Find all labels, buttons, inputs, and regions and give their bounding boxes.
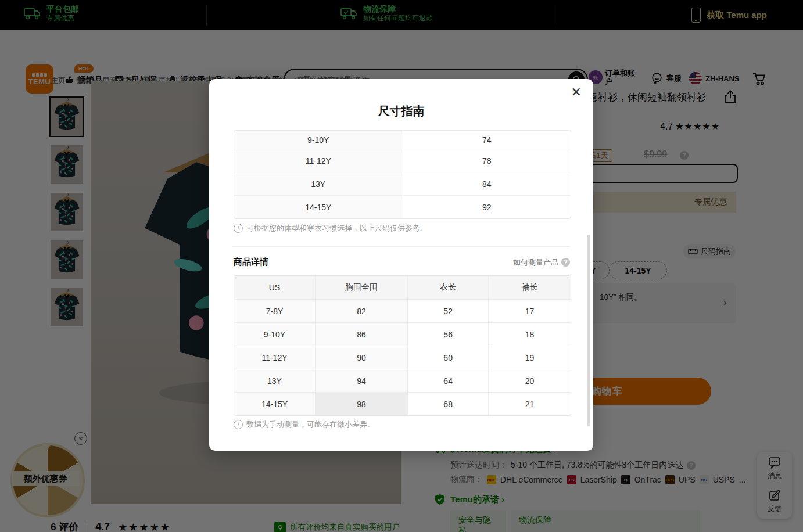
info-icon: i [234, 224, 243, 233]
table-row: 9-10Y74 [234, 131, 571, 149]
table-cell: 19 [488, 346, 571, 369]
size-guide-modal: ✕ 尺寸指南 9-10Y7411-12Y7813Y8414-15Y92 i 可根… [209, 79, 593, 451]
table-cell: 21 [488, 393, 571, 415]
table-cell: 90 [315, 346, 407, 369]
table-cell: 11-12Y [234, 346, 315, 369]
table-row: 13Y84 [234, 172, 571, 195]
modal-note-1-text: 可根据您的体型和穿衣习惯选择，以上尺码仅供参考。 [246, 223, 428, 233]
table-cell: 9-10Y [234, 131, 403, 149]
table-header-cell: US [234, 276, 315, 299]
table-cell: 20 [488, 369, 571, 392]
table-row: 13Y946420 [234, 369, 571, 392]
table-cell: 68 [407, 393, 488, 415]
table-cell: 13Y [234, 369, 315, 392]
close-icon[interactable]: ✕ [571, 86, 582, 99]
table-cell: 18 [488, 323, 571, 346]
table-cell: 74 [403, 131, 571, 149]
table-cell: 94 [315, 369, 407, 392]
product-detail-table: US胸围全围衣长袖长7-8Y8252179-10Y86561811-12Y906… [234, 275, 571, 416]
table-header-cell: 衣长 [407, 276, 488, 299]
size-reference-table: 9-10Y7411-12Y7813Y8414-15Y92 [234, 130, 571, 219]
table-header-cell: 袖长 [488, 276, 571, 299]
table-cell: 52 [407, 300, 488, 322]
table-row: 14-15Y92 [234, 195, 571, 218]
table-cell: 14-15Y [234, 196, 403, 218]
modal-scrollbar[interactable] [587, 235, 590, 426]
table-cell: 7-8Y [234, 300, 315, 322]
table-cell: 86 [315, 323, 407, 346]
section-title: 商品详情 [234, 257, 268, 268]
table-cell: 17 [488, 300, 571, 322]
table-header-cell: 胸围全围 [315, 276, 407, 299]
modal-divider [232, 246, 570, 247]
table-cell: 60 [407, 346, 488, 369]
table-cell: 84 [403, 172, 571, 195]
table-row: 14-15Y986821 [234, 392, 571, 415]
table-row: 7-8Y825217 [234, 299, 571, 322]
table-cell: 56 [407, 323, 488, 346]
table-row: 9-10Y865618 [234, 322, 571, 346]
table-row: 11-12Y906019 [234, 346, 571, 369]
table-cell: 78 [403, 149, 571, 172]
table-cell: 82 [315, 300, 407, 322]
table-cell: 13Y [234, 172, 403, 195]
modal-title: 尺寸指南 [209, 103, 593, 119]
table-cell: 98 [315, 393, 407, 415]
modal-note-2: i 数据为手动测量，可能存在微小差异。 [234, 419, 375, 430]
table-cell: 11-12Y [234, 149, 403, 172]
how-to-measure-link[interactable]: 如何测量产品 ? [513, 257, 570, 268]
measure-help-icon: ? [561, 258, 570, 267]
table-row: 11-12Y78 [234, 149, 571, 172]
table-cell: 14-15Y [234, 393, 315, 415]
table-cell: 9-10Y [234, 323, 315, 346]
table-cell: 64 [407, 369, 488, 392]
info-icon: i [234, 420, 243, 429]
how-to-measure-label: 如何测量产品 [513, 257, 558, 268]
table-cell: 92 [403, 196, 571, 218]
modal-note-2-text: 数据为手动测量，可能存在微小差异。 [246, 419, 375, 430]
table-header-row: US胸围全围衣长袖长 [234, 276, 571, 299]
modal-note-1: i 可根据您的体型和穿衣习惯选择，以上尺码仅供参考。 [234, 223, 428, 233]
